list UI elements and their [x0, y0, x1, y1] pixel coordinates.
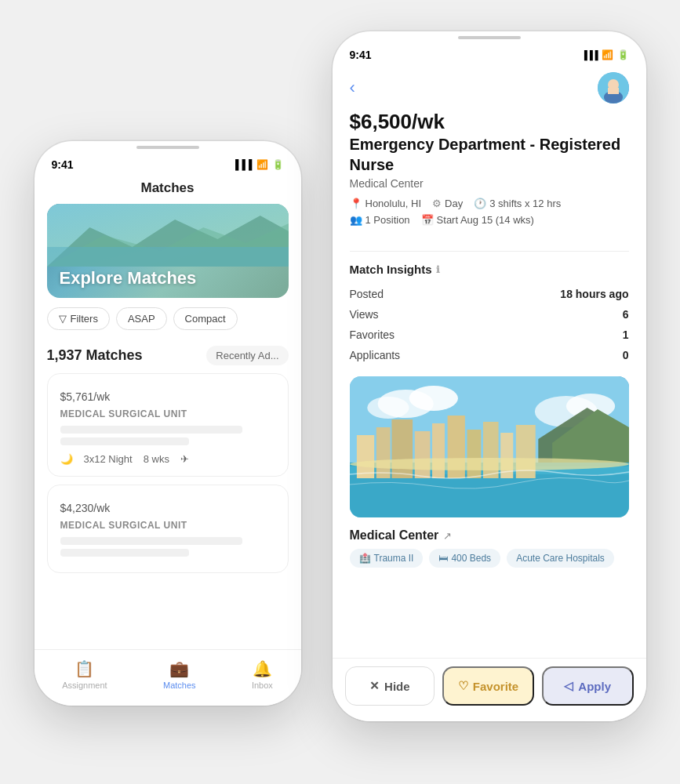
- honolulu-skyline-svg: [350, 376, 629, 517]
- left-status-icons: ▐▐▐ 📶 🔋: [232, 159, 284, 170]
- battery-icon: 🔋: [272, 159, 284, 170]
- right-status-icons: ▐▐▐ 📶 🔋: [581, 49, 628, 60]
- duration-1: 8 wks: [144, 453, 169, 465]
- hide-x-icon: ✕: [369, 679, 380, 693]
- right-status-time: 9:41: [350, 49, 372, 61]
- svg-rect-19: [376, 427, 390, 478]
- compact-chip[interactable]: Compact: [173, 307, 238, 330]
- salary: $6,500/wk: [350, 110, 629, 134]
- tags-row: 🏥 Trauma II 🛏 400 Beds Acute Care Hospit…: [333, 549, 646, 579]
- insights-table: Posted 18 hours ago Views 6 Favorites 1 …: [350, 284, 629, 365]
- wifi-icon: 📶: [256, 159, 268, 170]
- phones-container: 9:41 ▐▐▐ 📶 🔋 Matches: [35, 31, 646, 753]
- svg-point-28: [350, 458, 629, 470]
- apply-button[interactable]: ◁ Apply: [542, 666, 634, 706]
- hide-button[interactable]: ✕ Hide: [345, 666, 435, 706]
- person-icon: 👥: [350, 214, 362, 226]
- bottom-nav: 📋 Assignment 💼 Matches 🔔 Inbox: [35, 649, 301, 706]
- insights-row-posted: Posted 18 hours ago: [350, 284, 629, 304]
- matches-count-row: 1,937 Matches Recently Ad...: [35, 339, 301, 373]
- location-image: [350, 376, 629, 517]
- shift-icon: ⚙: [432, 198, 442, 209]
- divider-1: [350, 251, 629, 252]
- detail-line: [60, 426, 243, 434]
- inbox-icon: 🔔: [253, 659, 272, 678]
- right-notch: [333, 31, 646, 39]
- hero-banner: Explore Matches: [47, 204, 289, 298]
- job-meta-row-1: 📍 Honolulu, HI ⚙ Day 🕐 3 shifts x 12 hrs: [350, 198, 629, 209]
- detail-line-short-2: [60, 549, 189, 557]
- plane-icon: ✈: [180, 453, 189, 465]
- right-phone: 9:41 ▐▐▐ 📶 🔋 ‹ $6,500/wk Emergency: [333, 31, 646, 721]
- shift-type-meta: ⚙ Day: [432, 198, 463, 209]
- job-detail-lines-2: [60, 537, 275, 557]
- detail-line-short: [60, 437, 189, 445]
- nav-assignment[interactable]: 📋 Assignment: [62, 659, 107, 690]
- right-battery-icon: 🔋: [617, 49, 629, 60]
- job-unit-1: MEDICAL SURGICAL UNIT: [60, 408, 275, 419]
- calendar-icon: 📅: [421, 214, 434, 226]
- send-icon: ◁: [564, 679, 573, 693]
- medical-center-row: Medical Center ↗: [333, 528, 646, 549]
- nav-assignment-label: Assignment: [62, 681, 107, 690]
- job-price-1: $5,761/wk: [60, 385, 275, 405]
- left-phone: 9:41 ▐▐▐ 📶 🔋 Matches: [35, 141, 301, 706]
- favorites-label: Favorites: [350, 328, 395, 341]
- external-link-icon[interactable]: ↗: [443, 530, 452, 542]
- views-label: Views: [350, 308, 379, 321]
- tag-hospital-type: Acute Care Hospitals: [507, 549, 614, 568]
- favorites-value: 1: [623, 328, 629, 341]
- shift-info-1: 3x12 Night: [84, 453, 133, 465]
- right-status-bar: 9:41 ▐▐▐ 📶 🔋: [333, 39, 646, 64]
- filter-icon: ▽: [59, 313, 67, 325]
- filters-chip[interactable]: ▽ Filters: [47, 307, 110, 330]
- nav-inbox[interactable]: 🔔 Inbox: [252, 659, 273, 690]
- bed-icon: 🛏: [438, 553, 448, 564]
- avatar-image: [598, 72, 629, 103]
- right-wifi-icon: 📶: [602, 49, 613, 60]
- job-footer-1: 🌙 3x12 Night 8 wks ✈: [60, 453, 275, 465]
- clock-icon: 🕐: [474, 198, 486, 209]
- info-icon: ℹ: [436, 264, 440, 275]
- favorite-button[interactable]: ♡ Favorite: [442, 666, 534, 706]
- matches-icon: 💼: [169, 659, 189, 678]
- svg-point-11: [367, 397, 409, 419]
- action-bar: ✕ Hide ♡ Favorite ◁ Apply: [333, 658, 646, 721]
- applicants-value: 0: [623, 349, 629, 361]
- nav-inbox-label: Inbox: [252, 681, 273, 690]
- moon-icon: 🌙: [60, 453, 73, 465]
- recently-added[interactable]: Recently Ad...: [206, 346, 288, 365]
- posted-label: Posted: [350, 288, 384, 300]
- matches-header-title: Matches: [35, 174, 301, 204]
- insights-title: Match Insights ℹ: [350, 263, 629, 276]
- left-status-bar: 9:41 ▐▐▐ 📶 🔋: [35, 149, 301, 174]
- svg-rect-7: [608, 88, 619, 94]
- svg-rect-24: [467, 430, 481, 478]
- signal-icon: ▐▐▐: [232, 159, 253, 170]
- assignment-icon: 📋: [75, 659, 94, 678]
- job-detail-lines-1: [60, 426, 275, 445]
- heart-icon: ♡: [458, 679, 468, 693]
- job-unit-2: MEDICAL SURGICAL UNIT: [60, 520, 275, 531]
- avatar[interactable]: [598, 72, 629, 103]
- detail-line-2: [60, 537, 243, 545]
- job-title-section: $6,500/wk Emergency Department - Registe…: [333, 110, 646, 240]
- job-title: Emergency Department - Registered Nurse: [350, 134, 629, 175]
- left-notch: [35, 141, 301, 149]
- trauma-icon: 🏥: [359, 553, 371, 564]
- tag-beds: 🛏 400 Beds: [429, 549, 500, 568]
- back-button[interactable]: ‹: [350, 78, 355, 98]
- hero-text: Explore Matches: [60, 268, 197, 289]
- medical-center-name: Medical Center: [350, 528, 439, 543]
- asap-chip[interactable]: ASAP: [116, 307, 167, 330]
- job-price-2: $4,230/wk: [60, 496, 275, 517]
- svg-point-10: [409, 386, 457, 411]
- nav-matches[interactable]: 💼 Matches: [163, 659, 196, 690]
- filter-row: ▽ Filters ASAP Compact: [35, 298, 301, 339]
- insights-row-applicants: Applicants 0: [350, 345, 629, 365]
- job-card-1[interactable]: $5,761/wk MEDICAL SURGICAL UNIT 🌙 3x12 N…: [47, 373, 289, 477]
- job-card-2[interactable]: $4,230/wk MEDICAL SURGICAL UNIT: [47, 485, 289, 573]
- location-icon: 📍: [350, 198, 362, 209]
- signal-bars-icon: ▐▐▐: [581, 50, 597, 60]
- svg-rect-18: [356, 435, 373, 478]
